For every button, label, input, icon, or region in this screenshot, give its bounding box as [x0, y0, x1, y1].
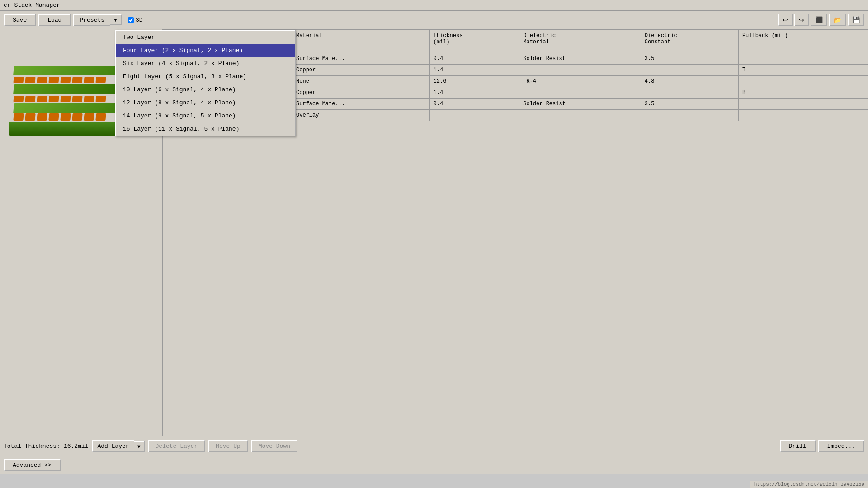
- cell-row1-col3: Solder Resist: [519, 53, 641, 65]
- cell-row1-col4: 3.5: [641, 53, 738, 65]
- cell-row6-col4: [641, 110, 738, 121]
- presets-arrow-button[interactable]: ▼: [110, 14, 122, 25]
- presets-dropdown-menu: Two Layer Four Layer (2 x Signal, 2 x Pl…: [115, 30, 296, 136]
- cell-row3-col4: 4.8: [641, 76, 738, 87]
- drill-button[interactable]: Drill: [780, 440, 816, 452]
- pad: [95, 113, 106, 121]
- cell-row4-col3: [519, 87, 641, 99]
- impedance-button[interactable]: Imped...: [818, 440, 864, 452]
- add-layer-container: Add Layer ▼: [92, 440, 144, 452]
- pad: [95, 77, 106, 83]
- total-thickness-label: Total Thickness:: [4, 443, 60, 450]
- toolbar: Save Load Presets ▼ 3D ↩ ↪ ⬛ 📂 💾 Two Lay…: [0, 11, 868, 29]
- preset-10-layer[interactable]: 10 Layer (6 x Signal, 4 x Plane): [116, 83, 295, 96]
- cell-row2-col4: [641, 65, 738, 76]
- cell-row0-col3: [519, 48, 641, 53]
- add-layer-arrow[interactable]: ▼: [134, 441, 145, 452]
- cell-row5-col2: 0.4: [429, 99, 519, 110]
- advanced-button[interactable]: Advanced >>: [4, 459, 61, 471]
- checkbox-3d-container: 3D: [128, 17, 143, 23]
- cell-row1-col1: Surface Mate...: [292, 53, 430, 65]
- preset-16-layer[interactable]: 16 Layer (11 x Signal, 5 x Plane): [116, 122, 295, 136]
- pad: [37, 77, 47, 83]
- cell-row6-col1: Overlay: [292, 110, 430, 121]
- pads-row-3: [14, 113, 106, 121]
- folder-icon: 📂: [834, 16, 841, 23]
- col-header-thickness: Thickness(mil): [429, 30, 519, 48]
- col-header-dielectric-material: DielectricMaterial: [519, 30, 641, 48]
- pad: [60, 96, 71, 102]
- status-url: https://blog.csdn.net/weixin_39482169: [754, 482, 864, 487]
- screenshot-icon: ⬛: [815, 16, 823, 23]
- total-thickness-value: 16.2mil: [64, 443, 89, 450]
- advanced-bar: Advanced >>: [0, 456, 868, 474]
- preset-two-layer[interactable]: Two Layer: [116, 31, 295, 44]
- presets-dropdown-trigger[interactable]: Presets ▼: [73, 14, 122, 26]
- cell-row1-col5: [738, 53, 868, 65]
- add-layer-button[interactable]: Add Layer: [92, 440, 134, 452]
- load-button[interactable]: Load: [38, 14, 71, 26]
- preset-eight-layer[interactable]: Eight Layer (5 x Signal, 3 x Plane): [116, 70, 295, 83]
- move-up-button[interactable]: Move Up: [208, 440, 248, 452]
- pad: [25, 96, 35, 102]
- presets-main-button[interactable]: Presets: [73, 14, 110, 26]
- preset-four-layer[interactable]: Four Layer (2 x Signal, 2 x Plane): [116, 44, 295, 57]
- title-bar: er Stack Manager: [0, 0, 868, 11]
- status-bar: https://blog.csdn.net/weixin_39482169: [750, 481, 868, 488]
- cell-row1-col2: 0.4: [429, 53, 519, 65]
- cell-row0-col2: [429, 48, 519, 53]
- pad: [72, 77, 82, 83]
- save2-icon: 💾: [852, 16, 860, 23]
- cell-row2-col1: Copper: [292, 65, 430, 76]
- cell-row6-col3: [519, 110, 641, 121]
- preset-12-layer[interactable]: 12 Layer (8 x Signal, 4 x Plane): [116, 96, 295, 109]
- cell-row6-col2: [429, 110, 519, 121]
- pad: [72, 113, 82, 121]
- col-header-dielectric-constant: DielectricConstant: [641, 30, 738, 48]
- pad: [60, 77, 71, 83]
- pad: [13, 113, 24, 121]
- pads-row-1: [14, 77, 106, 83]
- pad: [25, 77, 35, 83]
- redo-button[interactable]: ↪: [794, 14, 809, 26]
- pad: [48, 77, 59, 83]
- cell-row4-col4: [641, 87, 738, 99]
- checkbox-3d[interactable]: [128, 17, 134, 23]
- cell-row5-col4: 3.5: [641, 99, 738, 110]
- cell-row2-col2: 1.4: [429, 65, 519, 76]
- cell-row3-col3: FR-4: [519, 76, 641, 87]
- cell-row0-col1: [292, 48, 430, 53]
- pad: [72, 96, 82, 102]
- move-down-button[interactable]: Move Down: [251, 440, 297, 452]
- pad: [48, 96, 59, 102]
- save2-button[interactable]: 💾: [848, 14, 864, 26]
- pad: [37, 113, 47, 121]
- pad: [95, 96, 106, 102]
- preset-six-layer[interactable]: Six Layer (4 x Signal, 2 x Plane): [116, 57, 295, 70]
- bottom-bar-right: Drill Imped...: [780, 440, 864, 452]
- cell-row4-col1: Copper: [292, 87, 430, 99]
- window-title: er Stack Manager: [4, 2, 60, 9]
- cell-row5-col1: Surface Mate...: [292, 99, 430, 110]
- delete-layer-button[interactable]: Delete Layer: [148, 440, 205, 452]
- col-header-pullback: Pullback (mil): [738, 30, 868, 48]
- pad: [84, 77, 94, 83]
- pad: [48, 113, 59, 121]
- cell-row5-col3: Solder Resist: [519, 99, 641, 110]
- pad: [13, 96, 24, 102]
- pad: [37, 96, 47, 102]
- pad: [25, 113, 35, 121]
- cell-row5-col5: [738, 99, 868, 110]
- save-button[interactable]: Save: [4, 14, 36, 26]
- folder-button[interactable]: 📂: [829, 14, 846, 26]
- cell-row2-col3: [519, 65, 641, 76]
- toolbar-right: ↩ ↪ ⬛ 📂 💾: [778, 14, 864, 26]
- undo-button[interactable]: ↩: [778, 14, 793, 26]
- bottom-bar: Total Thickness: 16.2mil Add Layer ▼ Del…: [0, 436, 868, 456]
- checkbox-3d-label: 3D: [136, 17, 143, 23]
- cell-row3-col2: 12.6: [429, 76, 519, 87]
- screenshot-button[interactable]: ⬛: [811, 14, 827, 26]
- pad: [13, 77, 24, 83]
- pads-row-2: [14, 96, 106, 102]
- preset-14-layer[interactable]: 14 Layer (9 x Signal, 5 x Plane): [116, 109, 295, 122]
